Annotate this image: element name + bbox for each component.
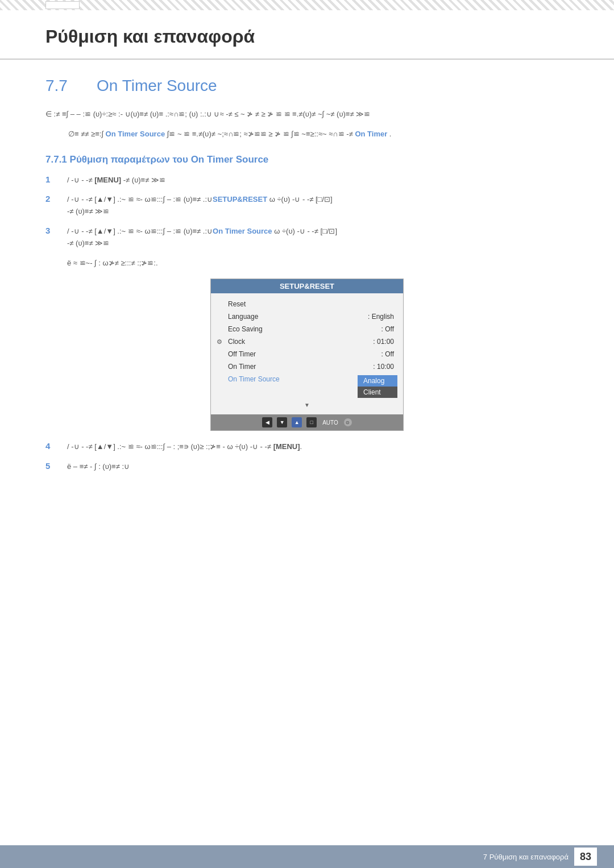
step-3: 3 / -∪ - -≠ [▲/▼] .:~ ≌ ≈- ω≌:::∫ – :≌ (… [45, 226, 569, 250]
ctrl-down-btn: ▼ [277, 417, 287, 427]
step-1-number: 1 [45, 175, 57, 184]
menu-item-ontimer: On Timer : 10:00 [211, 360, 403, 373]
menu-clock-label: Clock [228, 338, 245, 346]
dropdown-popup: Analog Client [358, 375, 397, 398]
dropdown-option-client: Client [358, 387, 397, 398]
step-4-end: . [300, 442, 302, 451]
menu-item-ecosaving: Eco Saving : Off [211, 323, 403, 335]
step-1-content: / -∪ - -≠ [MENU] -≠ (υ)≡≠ ≫≌ [67, 175, 569, 186]
menu-ontimer-label: On Timer [228, 363, 256, 371]
menu-title-bar: SETUP&RESET [211, 279, 403, 293]
menu-ontimer-value: : 10:00 [373, 363, 394, 371]
step-4-content: / -∪ - -≠ [▲/▼] .:~ ≌ ≈- ω≌:::∫ – : ;≡∍ … [67, 441, 569, 453]
step-1-text-part2: -≠ (υ)≡≠ ≫≌ [121, 176, 165, 184]
menu-scroll-down: ▼ [211, 400, 403, 410]
subsection-title-part1: Ρύθμιση παραμέτρων του [70, 154, 188, 165]
menu-body: Reset Language : English Eco Saving : Of… [211, 293, 403, 414]
step-1: 1 / -∪ - -≠ [MENU] -≠ (υ)≡≠ ≫≌ [45, 175, 569, 186]
page-title: Ρύθμιση και επαναφορά [45, 26, 569, 47]
menu-ontimersource-label: On Timer Source [228, 375, 280, 383]
ctrl-circle-btn: ⊙ [344, 418, 352, 426]
menu-offtimer-label: Off Timer [228, 350, 256, 358]
step-2-content: / -∪ - -≠ [▲/▼] .:~ ≌ ≈- ω≌:::∫ – :≌ (υ)… [67, 194, 569, 218]
step-4-number: 4 [45, 441, 57, 451]
step-5: 5 ë – ≡≠ - ∫ : (υ)≡≠ :∪ [45, 461, 569, 473]
top-bar-accent [45, 1, 80, 9]
step-4-menu-ref: [MENU] [273, 442, 300, 451]
step-5-text: ë – ≡≠ - ∫ : (υ)≡≠ :∪ [67, 462, 130, 471]
step-2-number: 2 [45, 194, 57, 203]
menu-item-reset: Reset [211, 298, 403, 310]
body-text-2-part2: ∫≌ ~ ≌ ≡.≠(υ)≠ ~;≈∩≌; ≈≯≌≌ ≥ ≯ ≌ ∫≌ ~≡≥:… [165, 130, 355, 138]
menu-screenshot: SETUP&RESET Reset Language : English Eco… [210, 279, 404, 431]
section-heading: 7.7 On Timer Source [45, 77, 569, 95]
on-timer-ref: On Timer [355, 130, 387, 138]
subsection-number: 7.7.1 [45, 154, 70, 165]
menu-item-offtimer: Off Timer : Off [211, 348, 403, 360]
page-header: Ρύθμιση και επαναφορά [0, 10, 614, 60]
on-timer-source-ref-1: On Timer Source [106, 130, 165, 138]
body-text-2-part1: ∅≡ ≠≠ ≥≡:∫ [68, 130, 106, 138]
step-5-content: ë – ≡≠ - ∫ : (υ)≡≠ :∪ [67, 461, 569, 473]
top-decorative-bar [0, 0, 614, 10]
step-3-sub-note: ë ≈ ≌~- ∫ : ω≯≠ ≥:::≠ :;≯≌:. [67, 258, 569, 269]
main-content: 7.7 On Timer Source ∈ :≠ ≡∫ – – :≌ (υ)÷:… [0, 77, 614, 473]
step-2-text-part1: / -∪ - -≠ [▲/▼] .:~ ≌ ≈- ω≌:::∫ – :≌ (υ)… [67, 195, 213, 203]
footer-section-label: 7 Ρύθμιση και επαναφορά [483, 853, 569, 861]
dropdown-option-analog: Analog [358, 375, 397, 387]
step-3-text-part1: / -∪ - -≠ [▲/▼] .:~ ≌ ≈- ω≌:::∫ – :≌ (υ)… [67, 227, 213, 235]
step-5-number: 5 [45, 461, 57, 471]
step-4-text: / -∪ - -≠ [▲/▼] .:~ ≌ ≈- ω≌:::∫ – : ;≡∍ … [67, 442, 273, 451]
step-3-on-timer-source-ref: On Timer Source [213, 227, 272, 235]
step-3-number: 3 [45, 226, 57, 235]
step-2: 2 / -∪ - -≠ [▲/▼] .:~ ≌ ≈- ω≌:::∫ – :≌ (… [45, 194, 569, 218]
footer-page-number: 83 [574, 848, 597, 866]
body-text-2-end: . [387, 130, 391, 138]
menu-ecosaving-label: Eco Saving [228, 325, 263, 333]
subsection-heading: 7.7.1 Ρύθμιση παραμέτρων του On Timer So… [45, 154, 569, 165]
body-paragraph-2: ∅≡ ≠≠ ≥≡:∫ On Timer Source ∫≌ ~ ≌ ≡.≠(υ)… [45, 128, 569, 140]
section-number: 7.7 [45, 77, 80, 95]
subsection-title-highlight: On Timer Source [191, 154, 269, 165]
ctrl-auto-label: AUTO [322, 420, 338, 426]
step-1-menu-ref: [MENU] [94, 176, 121, 184]
ctrl-enter-btn: □ [306, 417, 317, 427]
menu-controls-bar: ◀ ▼ ▲ □ AUTO ⊙ [211, 414, 403, 430]
menu-language-label: Language [228, 313, 258, 321]
body-paragraph-1: ∈ :≠ ≡∫ – – :≌ (υ)÷:≥≈ :- ∪(υ)≡≠ (υ)≡ .:… [45, 109, 569, 121]
menu-ecosaving-value: : Off [381, 325, 394, 333]
menu-item-ontimersource: On Timer Source Analog Client [211, 373, 403, 400]
menu-language-value: : English [368, 313, 394, 321]
step-4: 4 / -∪ - -≠ [▲/▼] .:~ ≌ ≈- ω≌:::∫ – : ;≡… [45, 441, 569, 453]
ctrl-up-btn: ▲ [292, 417, 302, 427]
menu-clock-value: : 01:00 [373, 338, 394, 346]
menu-reset-label: Reset [228, 300, 246, 308]
menu-item-language: Language : English [211, 310, 403, 323]
steps-container: 1 / -∪ - -≠ [MENU] -≠ (υ)≡≠ ≫≌ 2 / -∪ - … [45, 175, 569, 473]
page-footer: 7 Ρύθμιση και επαναφορά 83 [0, 845, 614, 868]
menu-item-clock: Clock : 01:00 [211, 335, 403, 348]
step-3-content: / -∪ - -≠ [▲/▼] .:~ ≌ ≈- ω≌:::∫ – :≌ (υ)… [67, 226, 569, 250]
section-title: On Timer Source [97, 77, 217, 95]
step-1-text-part1: / -∪ - -≠ [67, 176, 94, 184]
menu-offtimer-value: : Off [381, 350, 394, 358]
step-2-setup-ref: SETUP&RESET [213, 195, 267, 203]
ctrl-left-btn: ◀ [262, 417, 272, 427]
